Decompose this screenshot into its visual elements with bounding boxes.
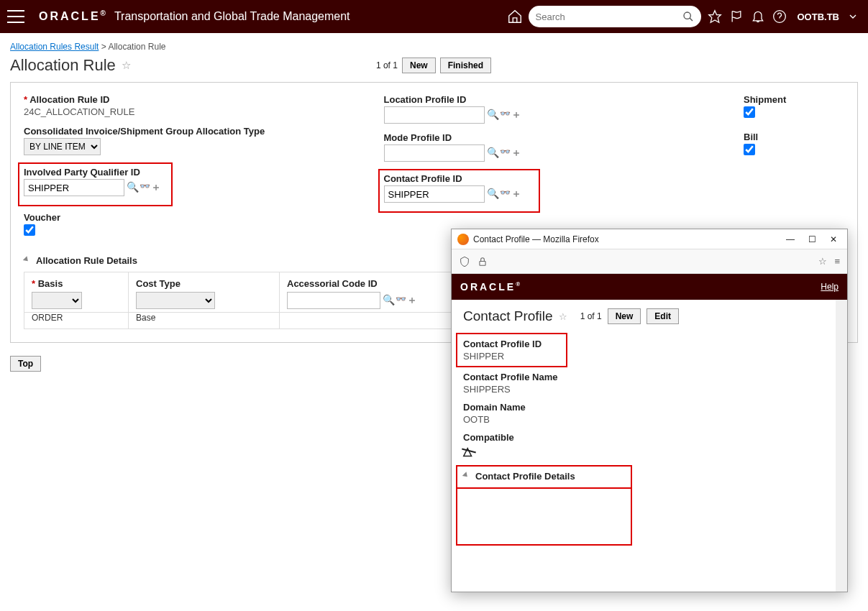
plus-icon[interactable]: ＋ <box>407 294 417 307</box>
contact-profile-input[interactable] <box>384 185 485 203</box>
oracle-logo: ORACLE® <box>39 9 106 23</box>
svg-point-3 <box>773 11 785 23</box>
popup-counter: 1 of 1 <box>580 311 602 321</box>
glasses-icon[interactable]: 👓 <box>140 181 150 194</box>
cost-type-col-header: Cost Type <box>136 278 181 289</box>
cost-type-select[interactable] <box>136 292 215 309</box>
glasses-icon[interactable]: 👓 <box>500 147 511 160</box>
breadcrumb-current: Allocation Rule <box>108 42 165 52</box>
oracle-logo: ORACLE® <box>460 281 520 293</box>
top-button[interactable]: Top <box>10 356 41 372</box>
title-row: Allocation Rule ☆ 1 of 1 New Finished <box>0 56 868 79</box>
collapse-triangle-icon <box>462 472 472 481</box>
plus-icon[interactable]: ＋ <box>151 181 161 194</box>
glasses-icon[interactable]: 👓 <box>500 188 511 201</box>
new-button[interactable]: New <box>402 58 436 73</box>
allocation-rule-id-value: 24C_ALLOCATION_RULE <box>24 106 355 117</box>
svg-rect-4 <box>480 261 485 265</box>
plus-icon[interactable]: ＋ <box>511 109 521 121</box>
popup-page-title: Contact Profile <box>463 308 553 324</box>
glasses-icon[interactable]: 👓 <box>500 109 511 121</box>
cost-type-cell: Base <box>129 313 280 329</box>
location-profile-input[interactable] <box>384 106 485 124</box>
shield-icon[interactable] <box>459 256 470 267</box>
basis-cell: ORDER <box>24 313 129 329</box>
finished-button[interactable]: Finished <box>440 58 491 73</box>
contact-id-col-header: Contact ID <box>464 488 814 514</box>
voucher-label: Voucher <box>24 212 355 223</box>
popup-scrollbar[interactable] <box>836 300 847 592</box>
plus-icon[interactable]: ＋ <box>511 147 521 160</box>
accessorial-input[interactable] <box>287 292 380 309</box>
popup-new-button[interactable]: New <box>608 308 641 324</box>
search-icon[interactable]: 🔍 <box>487 109 499 121</box>
search-icon[interactable]: 🔍 <box>487 147 499 160</box>
firefox-icon <box>457 234 469 245</box>
popup-compatible-label: Compatible <box>463 432 836 443</box>
home-icon[interactable] <box>507 9 523 24</box>
involved-party-input[interactable] <box>24 179 124 196</box>
search-icon[interactable] <box>682 11 694 22</box>
consolidated-type-label: Consolidated Invoice/Shipment Group Allo… <box>24 126 355 137</box>
bill-checkbox[interactable] <box>744 144 755 155</box>
favorite-star-icon[interactable]: ☆ <box>559 311 567 322</box>
maximize-button[interactable]: ☐ <box>801 231 823 248</box>
popup-contact-profile-name-label: Contact Profile Name <box>463 372 836 382</box>
user-name[interactable]: OOTB.TB <box>798 12 840 22</box>
help-icon[interactable] <box>772 9 787 24</box>
app-header: ORACLE® Transportation and Global Trade … <box>0 0 868 33</box>
basis-col-header: Basis <box>32 278 63 289</box>
mode-profile-label: Mode Profile ID <box>384 132 716 143</box>
breadcrumb-parent[interactable]: Allocation Rules Result <box>10 42 99 52</box>
involved-party-label: Involved Party Qualifier ID <box>24 167 167 178</box>
glasses-icon[interactable]: 👓 <box>396 294 406 307</box>
minimize-button[interactable]: — <box>780 231 801 248</box>
popup-window: Contact Profile — Mozilla Firefox — ☐ ✕ … <box>451 229 848 592</box>
bookmark-star-icon[interactable]: ☆ <box>818 256 827 267</box>
shipment-checkbox[interactable] <box>744 106 755 118</box>
popup-details-section-header[interactable]: Contact Profile Details <box>463 471 625 482</box>
popup-edit-button[interactable]: Edit <box>647 308 679 324</box>
contact-profile-label: Contact Profile ID <box>384 173 534 184</box>
accessorial-col-header: Accessorial Code ID <box>287 278 378 289</box>
svg-point-0 <box>684 12 690 19</box>
svg-marker-2 <box>708 11 721 23</box>
flag-icon[interactable] <box>728 9 744 24</box>
plus-icon[interactable]: ＋ <box>511 188 521 201</box>
shipment-label: Shipment <box>744 94 844 105</box>
bell-icon[interactable] <box>750 9 766 24</box>
page-title: Allocation Rule <box>10 56 116 75</box>
allocation-rule-id-label: Allocation Rule ID <box>24 94 355 105</box>
bill-label: Bill <box>744 132 844 142</box>
mode-profile-input[interactable] <box>384 144 485 162</box>
browser-menu-icon[interactable]: ≡ <box>834 256 840 267</box>
popup-contact-profile-id-label: Contact Profile ID <box>463 339 560 349</box>
lock-icon[interactable] <box>478 257 488 267</box>
favorite-star-icon[interactable]: ☆ <box>122 59 131 72</box>
contact-link[interactable]: BOB THE SHIPPER <box>467 518 544 528</box>
popup-titlebar: Contact Profile — Mozilla Firefox — ☐ ✕ <box>452 229 847 249</box>
popup-domain-value: OOTB <box>463 414 836 425</box>
popup-domain-label: Domain Name <box>463 402 836 413</box>
popup-browser-toolbar: ☆ ≡ <box>452 249 847 274</box>
consolidated-type-select[interactable]: BY LINE ITEM <box>24 138 101 155</box>
collapse-triangle-icon <box>23 256 32 265</box>
search-box[interactable] <box>529 6 701 27</box>
search-icon[interactable]: 🔍 <box>127 181 139 194</box>
basis-select[interactable] <box>32 292 82 309</box>
record-counter: 1 of 1 <box>376 60 398 70</box>
breadcrumb: Allocation Rules Result > Allocation Rul… <box>0 33 868 56</box>
location-profile-label: Location Profile ID <box>384 94 716 105</box>
chevron-down-icon[interactable] <box>845 9 861 24</box>
contact-link[interactable]: CUSTOMER 2 <box>467 534 523 544</box>
app-title: Transportation and Global Trade Manageme… <box>114 10 350 23</box>
close-button[interactable]: ✕ <box>823 231 844 248</box>
popup-contact-profile-name-value: SHIPPERS <box>463 384 836 395</box>
star-icon[interactable] <box>707 9 723 24</box>
help-link[interactable]: Help <box>821 282 839 292</box>
menu-hamburger-icon[interactable] <box>7 10 24 23</box>
search-input[interactable] <box>536 12 682 22</box>
voucher-checkbox[interactable] <box>24 224 35 236</box>
search-icon[interactable]: 🔍 <box>383 294 395 307</box>
search-icon[interactable]: 🔍 <box>487 188 499 201</box>
